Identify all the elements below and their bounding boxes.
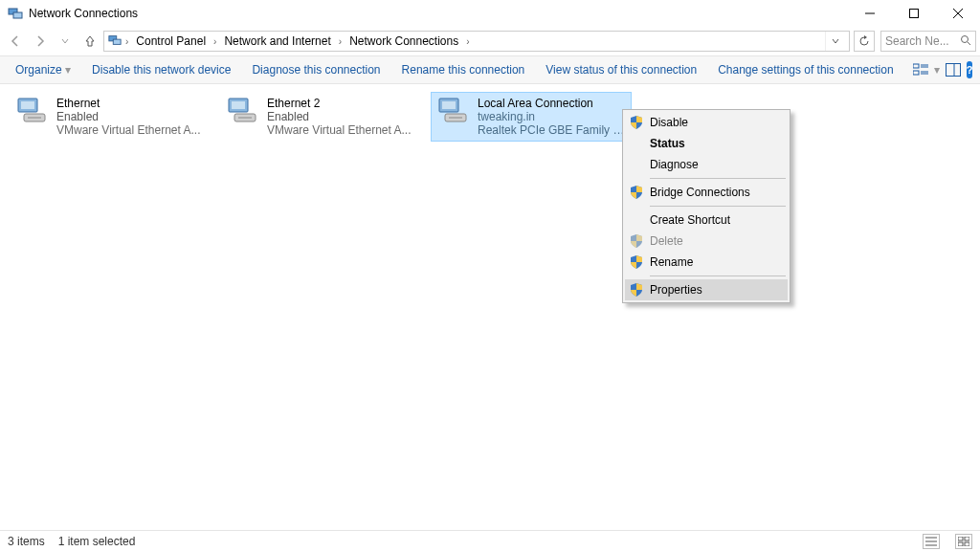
organize-menu[interactable]: Organize ▾ — [8, 59, 78, 80]
context-menu-create-shortcut[interactable]: Create Shortcut — [625, 209, 788, 231]
svg-rect-19 — [21, 101, 34, 109]
chevron-right-icon[interactable]: › — [123, 36, 130, 47]
svg-rect-35 — [958, 542, 963, 546]
svg-rect-27 — [442, 101, 456, 109]
context-menu-rename[interactable]: Rename — [625, 252, 788, 273]
nav-up-button[interactable] — [78, 30, 101, 53]
search-icon — [960, 34, 971, 49]
titlebar: Network Connections — [0, 0, 980, 27]
connection-status: Enabled — [267, 110, 412, 123]
details-view-button[interactable] — [923, 534, 940, 549]
menu-separator — [650, 178, 786, 179]
context-menu-bridge-connections[interactable]: Bridge Connections — [625, 182, 788, 203]
status-bar: 3 items 1 item selected — [0, 530, 980, 551]
connection-status: Enabled — [56, 110, 201, 123]
connection-item-ethernet-2[interactable]: Ethernet 2 Enabled VMware Virtual Ethern… — [220, 92, 421, 142]
context-menu: Disable Status Diagnose Bridge Connectio… — [622, 109, 791, 303]
chevron-right-icon[interactable]: › — [212, 36, 218, 47]
network-connections-icon — [8, 6, 23, 21]
uac-shield-icon — [629, 282, 644, 298]
address-history-dropdown[interactable] — [825, 32, 845, 51]
svg-rect-34 — [965, 537, 969, 540]
connection-status: tweaking.in — [478, 110, 625, 123]
connection-item-local-area-connection[interactable]: Local Area Connection tweaking.in Realte… — [431, 92, 632, 142]
command-bar: Organize ▾ Disable this network device D… — [0, 55, 980, 84]
help-button[interactable]: ? — [967, 61, 973, 78]
context-menu-status[interactable]: Status — [625, 133, 788, 154]
address-bar[interactable]: › Control Panel › Network and Internet ›… — [103, 31, 850, 52]
context-menu-diagnose[interactable]: Diagnose — [625, 154, 788, 175]
cmd-disable-device[interactable]: Disable this network device — [84, 59, 238, 80]
chevron-right-icon[interactable]: › — [464, 36, 471, 47]
window-minimize-button[interactable] — [848, 0, 892, 27]
navigation-bar: › Control Panel › Network and Internet ›… — [0, 27, 980, 55]
svg-rect-10 — [913, 64, 919, 68]
cmd-diagnose[interactable]: Diagnose this connection — [244, 59, 388, 80]
uac-shield-icon — [629, 115, 644, 130]
uac-shield-icon — [629, 254, 644, 270]
refresh-button[interactable] — [854, 31, 875, 52]
uac-shield-icon — [629, 185, 644, 200]
nav-back-button[interactable] — [4, 30, 27, 53]
status-item-count: 3 items — [8, 535, 45, 548]
breadcrumb-control-panel[interactable]: Control Panel — [132, 32, 210, 51]
cmd-rename[interactable]: Rename this connection — [394, 59, 533, 80]
cmd-change-settings[interactable]: Change settings of this connection — [710, 59, 901, 80]
menu-separator — [650, 276, 786, 276]
context-menu-disable[interactable]: Disable — [625, 112, 788, 133]
nav-recent-dropdown[interactable] — [54, 30, 77, 53]
svg-rect-36 — [965, 542, 969, 546]
cmd-view-status[interactable]: View status of this connection — [538, 59, 704, 80]
window-maximize-button[interactable] — [892, 0, 936, 27]
connection-description: VMware Virtual Ethernet A... — [56, 123, 201, 137]
svg-rect-13 — [913, 71, 919, 75]
connection-item-ethernet[interactable]: Ethernet Enabled VMware Virtual Ethernet… — [10, 92, 211, 142]
items-view[interactable]: Ethernet Enabled VMware Virtual Ethernet… — [0, 84, 980, 530]
change-view-dropdown[interactable]: ▾ — [934, 59, 940, 80]
connection-description: VMware Virtual Ethernet A... — [267, 123, 412, 137]
svg-line-9 — [968, 42, 970, 45]
location-icon — [108, 33, 122, 50]
network-adapter-icon — [16, 97, 51, 125]
large-icons-view-button[interactable] — [955, 534, 972, 549]
connection-name: Ethernet — [56, 97, 201, 110]
chevron-down-icon: ▾ — [65, 63, 71, 77]
svg-rect-33 — [958, 537, 963, 540]
window-close-button[interactable] — [936, 0, 980, 27]
change-view-button[interactable] — [913, 59, 928, 80]
search-input[interactable]: Search Ne... — [880, 31, 976, 52]
svg-rect-7 — [113, 39, 121, 44]
search-placeholder: Search Ne... — [885, 34, 956, 48]
context-menu-delete: Delete — [625, 231, 788, 252]
chevron-right-icon[interactable]: › — [337, 36, 344, 47]
preview-pane-button[interactable] — [946, 59, 961, 80]
uac-shield-icon — [629, 233, 644, 249]
status-selected-count: 1 item selected — [58, 535, 136, 548]
window-title: Network Connections — [29, 7, 138, 20]
svg-point-8 — [962, 35, 969, 42]
connection-name: Ethernet 2 — [267, 97, 412, 110]
breadcrumb-network-connections[interactable]: Network Connections — [345, 32, 462, 51]
nav-forward-button[interactable] — [29, 30, 52, 53]
network-adapter-icon — [437, 97, 472, 125]
svg-rect-3 — [910, 10, 919, 18]
connection-name: Local Area Connection — [478, 97, 625, 110]
svg-rect-1 — [13, 12, 22, 18]
menu-separator — [650, 206, 786, 207]
context-menu-properties[interactable]: Properties — [625, 279, 788, 300]
svg-rect-23 — [232, 101, 245, 109]
breadcrumb-network-and-internet[interactable]: Network and Internet — [220, 32, 334, 51]
network-adapter-icon — [227, 97, 261, 125]
connection-description: Realtek PCIe GBE Family C... — [478, 123, 625, 137]
svg-rect-16 — [946, 64, 960, 77]
